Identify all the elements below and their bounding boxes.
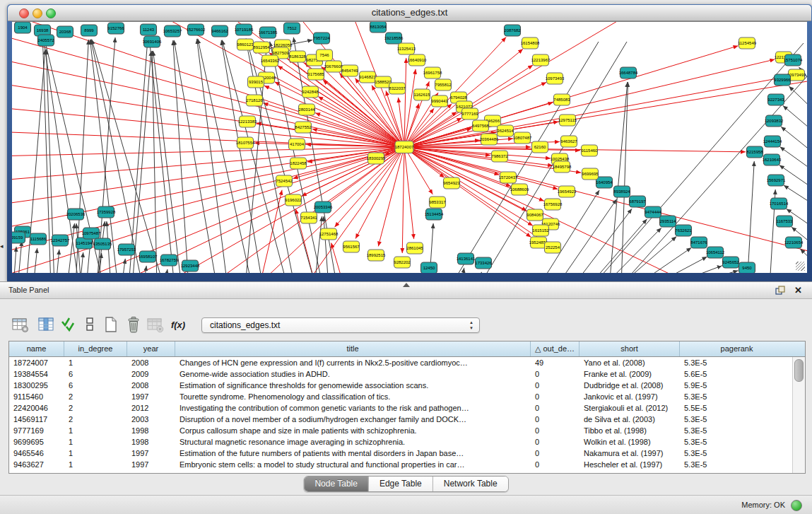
tab-node-table[interactable]: Node Table (304, 477, 369, 491)
graph-node[interactable]: 15134454 (425, 209, 444, 220)
column-header-in_degree[interactable]: in_degree (64, 341, 127, 356)
graph-node[interactable]: 10973493 (546, 73, 565, 84)
graph-node[interactable]: 9561567 (343, 241, 360, 252)
graph-node[interactable]: 9990443 (431, 95, 448, 107)
graph-node[interactable]: 18300295 (367, 153, 386, 164)
graph-node[interactable]: 7512 (284, 23, 300, 34)
graph-node[interactable]: 18495798 (553, 161, 572, 173)
graph-node[interactable]: 15751074 (784, 54, 803, 66)
graph-node[interactable]: 9699695 (582, 168, 599, 180)
graph-node[interactable]: 9282202 (394, 257, 411, 268)
graph-node[interactable]: 20206536 (66, 209, 86, 220)
graph-node[interactable]: 16958107 (139, 251, 158, 262)
graph-node[interactable]: 10975487 (82, 228, 101, 239)
collapse-handle-icon[interactable]: ◂ (0, 243, 4, 250)
graph-node[interactable]: 7546 (317, 49, 333, 61)
graph-node[interactable]: 417004 (289, 139, 305, 150)
graph-node[interactable]: 12210654 (784, 237, 804, 248)
clear-selection-icon[interactable] (79, 314, 100, 335)
graph-node[interactable]: 9242848 (302, 86, 319, 98)
graph-edge[interactable] (781, 127, 807, 156)
graph-node[interactable]: 9115460 (582, 145, 599, 156)
graph-node[interactable]: 17957253 (117, 244, 136, 255)
graph-node[interactable]: 8215958 (746, 146, 763, 158)
graph-node[interactable]: 15276602 (187, 24, 206, 35)
graph-edge[interactable] (666, 266, 722, 273)
graph-node[interactable]: 6879197 (629, 196, 646, 207)
graph-node[interactable]: 9466162 (211, 25, 228, 37)
function-builder-icon[interactable]: f(x) (167, 314, 189, 335)
delete-column-icon[interactable] (123, 314, 144, 335)
float-panel-icon[interactable] (775, 285, 785, 296)
graph-node[interactable]: 9474444 (645, 206, 661, 218)
graph-node[interactable]: 9654923 (443, 177, 460, 189)
graph-node[interactable]: 8999 (81, 25, 98, 36)
graph-edge[interactable] (478, 272, 481, 273)
table-row[interactable]: 969969511998Structural magnetic resonanc… (9, 436, 793, 448)
graph-edge[interactable] (198, 39, 252, 273)
graph-node[interactable]: 2861045 (406, 243, 423, 254)
graph-edge[interactable] (132, 51, 151, 273)
graph-edge[interactable] (80, 252, 83, 273)
graph-node[interactable]: 7632621 (675, 225, 692, 236)
graph-edge[interactable] (197, 39, 228, 273)
graph-node[interactable]: 7957224 (313, 33, 330, 44)
graph-node[interactable]: 11254549 (738, 37, 757, 49)
graph-node[interactable]: 252254 (545, 242, 561, 253)
graph-node[interactable]: 1733426 (475, 257, 492, 269)
column-header-pagerank[interactable]: pagerank (680, 341, 794, 356)
graph-edge[interactable] (129, 39, 148, 273)
graph-node[interactable]: 20368 (57, 26, 73, 37)
graph-node[interactable]: 18992515 (367, 250, 386, 261)
graph-node[interactable]: 939015 (248, 76, 264, 88)
graph-node[interactable]: 3175685 (307, 69, 324, 80)
close-panel-icon[interactable]: ✕ (794, 286, 802, 296)
graph-node[interactable]: 9853317 (429, 197, 446, 208)
graph-node[interactable]: 9777169 (461, 108, 478, 119)
graph-edge[interactable] (13, 247, 16, 273)
show-columns-icon[interactable] (35, 314, 57, 335)
graph-node[interactable]: 12444154 (763, 136, 782, 147)
column-header-short[interactable]: short (579, 341, 680, 356)
graph-node[interactable]: 12213383 (238, 116, 257, 127)
graph-node[interactable]: 20364486 (480, 134, 499, 145)
select-all-icon[interactable] (58, 314, 79, 335)
graph-node[interactable]: 14136141 (457, 253, 476, 264)
graph-edge[interactable] (588, 219, 647, 273)
graph-node[interactable]: 9084067 (526, 209, 543, 221)
graph-node[interactable]: 1162615 (414, 89, 431, 100)
table-row[interactable]: 1830029562008Estimation of significance … (9, 380, 793, 391)
create-column-icon[interactable] (100, 314, 122, 335)
graph-node[interactable]: 9196022 (285, 194, 302, 206)
graph-node[interactable]: 10654112 (706, 247, 725, 258)
graph-node[interactable]: 13505135 (93, 238, 112, 250)
graph-node[interactable]: 1822458 (290, 158, 307, 169)
table-row[interactable]: 1456911722003Disruption of a novel membe… (9, 414, 793, 425)
graph-node[interactable]: 12213967 (531, 54, 551, 66)
graph-node[interactable]: 9245652 (722, 257, 739, 268)
delete-table-icon[interactable] (145, 314, 166, 335)
table-row[interactable]: 946554611997Estimation of the future num… (9, 448, 793, 459)
graph-node[interactable]: 15692971 (767, 175, 786, 186)
graph-edge[interactable] (33, 248, 37, 273)
graph-node[interactable]: 9450 (739, 262, 755, 273)
column-header-title[interactable]: title (175, 341, 531, 356)
graph-node[interactable]: 9227343 (767, 94, 784, 105)
graph-node[interactable]: 9860123 (237, 39, 254, 50)
graph-node[interactable]: 30691406 (143, 36, 162, 47)
graph-node[interactable]: 8912954 (253, 42, 270, 53)
graph-node[interactable]: 8813054 (370, 22, 387, 33)
scrollbar-thumb[interactable] (794, 359, 804, 382)
graph-node[interactable]: 6497568 (472, 120, 489, 132)
graph-node[interactable]: 10653257 (163, 25, 182, 37)
graph-node[interactable]: 7955812 (435, 79, 452, 90)
graph-edge[interactable] (634, 247, 691, 273)
graph-node[interactable]: 39159 (12, 232, 25, 243)
graph-node[interactable]: 7154341 (300, 212, 317, 223)
graph-edge[interactable] (404, 147, 558, 189)
graph-node[interactable]: 12751468 (319, 228, 339, 240)
graph-node[interactable]: 8454749 (341, 65, 358, 76)
window-titlebar[interactable]: citations_edges.txt (8, 5, 811, 21)
graph-node[interactable]: 7485083 (553, 94, 570, 105)
graph-edge[interactable] (783, 105, 807, 135)
